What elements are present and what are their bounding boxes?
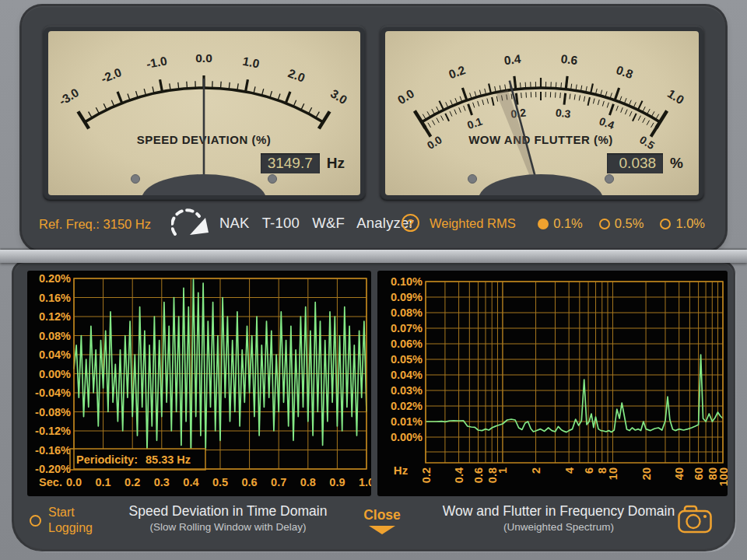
time-domain-caption-title: Speed Deviation in Time Domain (100, 503, 356, 520)
range-radio-0.5[interactable]: 0.5% (599, 216, 644, 231)
x-tick-label: 0.8 (300, 476, 316, 488)
time-domain-caption-subtitle: (Slow Rolling Window with Delay) (100, 521, 356, 533)
range-label: 0.1% (553, 216, 583, 231)
range-radio-0.1[interactable]: 0.1% (538, 216, 583, 231)
start-logging-button[interactable]: Start Logging (30, 505, 93, 536)
caption-bar: Start Logging Speed Deviation in Time Do… (14, 499, 733, 547)
speed-deviation-meter: -3.0-2.0-1.00.01.02.03.0SPEED DEVIATION … (43, 26, 366, 201)
time-domain-plot: 0.00.10.20.30.40.50.60.70.80.91.00.20%0.… (27, 271, 371, 496)
scale-label: 0.2 (447, 63, 467, 81)
scale-label: 0.0 (195, 51, 212, 65)
x-tick-label: 0.0 (66, 476, 82, 488)
scale-label: 0.4 (503, 52, 522, 67)
scale-label: -2.0 (99, 65, 123, 86)
reference-frequency-label: Ref. Freq.: 3150 Hz (39, 217, 151, 232)
scale-label: 0.0 (425, 133, 444, 152)
y-tick-label: 0.00% (39, 368, 71, 380)
wow-flutter-spectrum-trace (426, 355, 723, 432)
frequency-readout: 3149.7 Hz (261, 153, 345, 173)
y-tick-label: 0.07% (391, 322, 423, 334)
x-tick-label: 4 (563, 467, 576, 474)
y-tick-label: 0.16% (39, 292, 71, 304)
scale-label: 0.6 (560, 52, 579, 67)
weighting-mode-label: Weighted RMS (430, 216, 516, 231)
frequency-domain-caption-title: Wow and Flutter in Frequency Domain (407, 503, 710, 520)
x-tick-label: 10 (607, 467, 619, 480)
radio-dot-icon (599, 219, 610, 229)
x-tick-label: 60 (693, 467, 705, 480)
screw-icon (268, 175, 277, 184)
scale-label: 1.0 (665, 86, 686, 107)
range-label: 1.0% (675, 216, 705, 231)
range-radio-1.0[interactable]: 1.0% (660, 216, 705, 231)
wow-flutter-meter: 0.00.20.40.60.81.00.00.10.20.30.40.5WOW … (380, 26, 704, 201)
meter-title: WOW AND FLUTTER (%) (468, 133, 613, 146)
y-tick-label: -0.04% (35, 387, 71, 399)
y-tick-label: -0.20% (35, 463, 71, 475)
x-tick-label: 0.4 (183, 476, 198, 488)
scale-label: 1.0 (241, 54, 260, 71)
y-tick-label: 0.02% (391, 400, 423, 412)
y-tick-label: -0.16% (35, 444, 71, 457)
scale-label: 0.1 (465, 115, 484, 132)
x-axis-unit: Sec. (39, 476, 62, 488)
radio-dot-icon (660, 219, 671, 229)
scale-label: -3.0 (57, 86, 82, 108)
speed-deviation-meter-face: -3.0-2.0-1.00.01.02.03.0SPEED DEVIATION … (48, 31, 360, 195)
scale-label: 2.0 (286, 66, 307, 85)
x-tick-label: 100 (717, 467, 728, 486)
frequency-domain-chart: 0.10%0.09%0.08%0.07%0.06%0.05%0.04%0.03%… (377, 271, 728, 496)
periodicity-label: Periodicity: (76, 453, 138, 466)
y-tick-label: 0.05% (391, 353, 423, 366)
y-tick-label: -0.12% (35, 425, 71, 437)
y-tick-label: 0.03% (391, 384, 423, 397)
scale-label: 0.4 (598, 115, 616, 132)
screw-icon (132, 175, 140, 184)
y-tick-label: -0.08% (35, 406, 71, 418)
radio-dot-icon (538, 219, 549, 229)
x-tick-label: 0.3 (154, 476, 170, 488)
scale-label: 0.0 (395, 86, 416, 107)
x-tick-label: 1 (496, 467, 509, 474)
camera-snapshot-button[interactable] (677, 504, 713, 535)
info-bar: Ref. Freq.: 3150 Hz NAK T-100 W&F Analyz… (22, 201, 725, 250)
scale-label: 3.0 (328, 86, 349, 107)
periodicity-value: 85.33 Hz (146, 453, 191, 466)
x-tick-label: 6 (583, 467, 595, 474)
needle-hub (142, 174, 266, 195)
x-tick-label: 0.6 (472, 467, 485, 483)
y-tick-label: 0.04% (391, 369, 423, 381)
screw-icon (605, 175, 614, 184)
scale-label: 0.5 (637, 133, 657, 152)
chevron-down-icon (369, 526, 395, 534)
plot-border (426, 282, 723, 463)
y-tick-label: 0.01% (391, 415, 423, 428)
x-tick-label: 0.2 (124, 476, 140, 488)
analyzer-app: -3.0-2.0-1.00.01.02.03.0SPEED DEVIATION … (0, 0, 747, 560)
scale-label: -1.0 (146, 54, 168, 71)
y-tick-label: 0.08% (391, 306, 423, 319)
x-tick-label: 0.4 (453, 467, 465, 483)
x-tick-label: 0.1 (96, 476, 111, 488)
help-icon[interactable]: ? (402, 214, 419, 232)
scale-label: 0.3 (555, 107, 571, 121)
scale-label: 0.8 (615, 63, 635, 81)
y-tick-label: 0.00% (391, 431, 423, 443)
range-label: 0.5% (615, 216, 644, 231)
radio-dot-icon (30, 515, 41, 527)
time-domain-caption: Speed Deviation in Time Domain (Slow Rol… (100, 503, 356, 533)
frequency-readout-value: 3149.7 (261, 153, 320, 173)
frequency-domain-caption-subtitle: (Unweighted Spectrum) (407, 521, 710, 533)
x-tick-label: 0.9 (329, 476, 345, 488)
wow-flutter-readout-value: 0.038 (607, 153, 663, 173)
frequency-domain-caption: Wow and Flutter in Frequency Domain (Unw… (407, 503, 710, 533)
chart-panel: 0.00.10.20.30.40.50.60.70.80.91.00.20%0.… (14, 263, 733, 549)
x-tick-label: 0.2 (420, 467, 433, 483)
time-domain-chart: 0.00.10.20.30.40.50.60.70.80.91.00.20%0.… (27, 271, 371, 496)
wow-flutter-readout: 0.038 % (607, 153, 683, 173)
frequency-domain-plot: 0.10%0.09%0.08%0.07%0.06%0.05%0.04%0.03%… (377, 271, 728, 496)
y-tick-label: 0.10% (391, 275, 423, 288)
range-selector: 0.1% 0.5% 1.0% (538, 216, 705, 231)
y-tick-label: 0.20% (39, 272, 71, 285)
x-tick-label: 0.5 (212, 476, 228, 488)
